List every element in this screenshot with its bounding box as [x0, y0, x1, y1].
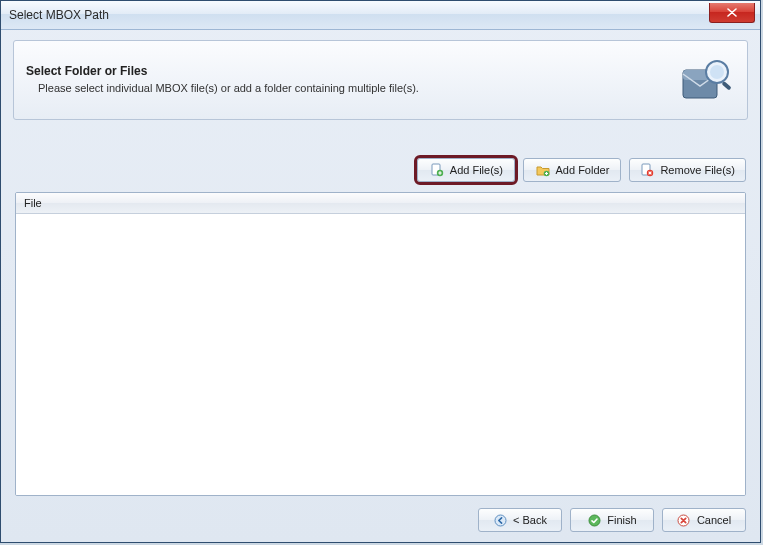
header-panel: Select Folder or Files Please select ind… [13, 40, 748, 120]
footer-row: < Back Finish Cancel [15, 508, 746, 532]
cancel-label: Cancel [697, 514, 731, 526]
toolbar-row: Add File(s) Add Folder [15, 158, 746, 182]
file-column-label: File [24, 197, 42, 209]
cancel-button[interactable]: Cancel [662, 508, 746, 532]
svg-point-10 [495, 515, 506, 526]
window-title: Select MBOX Path [9, 8, 109, 22]
file-list-panel: File [15, 192, 746, 496]
header-subtitle: Please select individual MBOX file(s) or… [26, 82, 677, 94]
file-add-icon [430, 163, 444, 177]
header-title: Select Folder or Files [26, 64, 677, 78]
cancel-icon [677, 513, 691, 527]
svg-point-11 [589, 515, 600, 526]
back-label: < Back [513, 514, 547, 526]
mailbox-search-icon [677, 54, 735, 104]
add-folder-label: Add Folder [556, 164, 610, 176]
svg-point-3 [710, 65, 724, 79]
file-list-body[interactable] [16, 214, 745, 495]
titlebar: Select MBOX Path [1, 1, 760, 30]
add-folder-button[interactable]: Add Folder [523, 158, 621, 182]
check-icon [587, 513, 601, 527]
remove-files-button[interactable]: Remove File(s) [629, 158, 746, 182]
finish-label: Finish [607, 514, 636, 526]
finish-button[interactable]: Finish [570, 508, 654, 532]
header-text: Select Folder or Files Please select ind… [26, 64, 677, 94]
dialog-window: Select MBOX Path Select Folder or Files … [0, 0, 761, 543]
file-column-header[interactable]: File [16, 193, 745, 214]
arrow-left-icon [493, 513, 507, 527]
add-files-button[interactable]: Add File(s) [417, 158, 515, 182]
add-files-label: Add File(s) [450, 164, 503, 176]
close-icon [727, 8, 737, 17]
back-button[interactable]: < Back [478, 508, 562, 532]
close-button[interactable] [709, 3, 755, 23]
file-remove-icon [640, 163, 654, 177]
svg-rect-4 [721, 81, 731, 90]
remove-files-label: Remove File(s) [660, 164, 735, 176]
folder-add-icon [536, 163, 550, 177]
dialog-body: Select Folder or Files Please select ind… [1, 30, 760, 542]
